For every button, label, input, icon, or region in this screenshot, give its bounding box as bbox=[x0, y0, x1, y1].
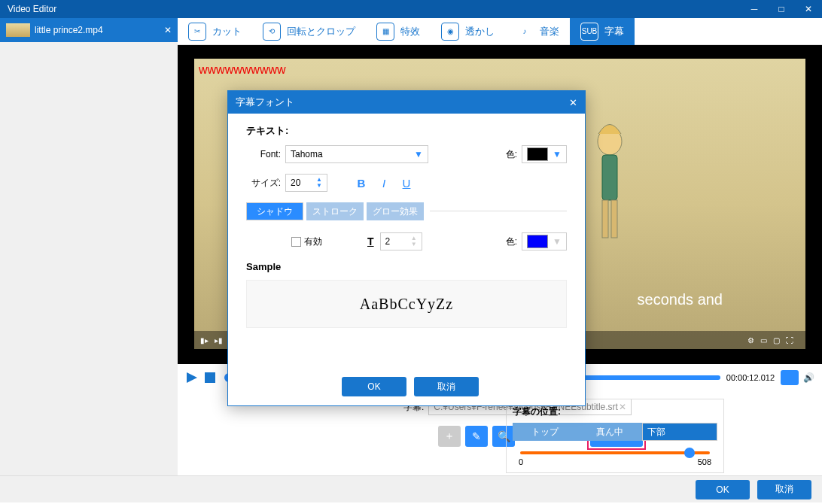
text-offset-icon: T bbox=[367, 235, 374, 247]
chevron-down-icon: ▼ bbox=[553, 149, 562, 159]
underline-button[interactable]: U bbox=[395, 177, 418, 190]
minimize-button[interactable]: ─ bbox=[741, 0, 768, 18]
note-icon: ♪ bbox=[516, 23, 534, 41]
dialog-cancel-button[interactable]: 取消 bbox=[414, 377, 479, 396]
play-pause-icon[interactable]: ▮▸ bbox=[200, 336, 209, 345]
svg-rect-5 bbox=[205, 372, 215, 383]
add-subtitle-button[interactable]: ＋ bbox=[438, 426, 461, 447]
subtitle-font-dialog: 字幕フォント ✕ テキスト: Font: Tahoma ▼ 色: ▼ サイズ: … bbox=[227, 90, 586, 406]
glow-tab[interactable]: グロー効果 bbox=[367, 202, 424, 220]
svg-rect-3 bbox=[611, 200, 617, 238]
text-color-label: 色: bbox=[499, 148, 517, 161]
tab-effect[interactable]: ▦特效 bbox=[366, 18, 431, 45]
position-bottom-button[interactable]: 下部 bbox=[642, 423, 717, 441]
dialog-close-icon[interactable]: ✕ bbox=[569, 97, 577, 108]
subtitle-icon: SUB bbox=[580, 23, 598, 41]
scissors-icon: ✂ bbox=[188, 23, 206, 41]
chevron-down-icon: ▼ bbox=[414, 149, 423, 159]
position-top-button[interactable]: トップ bbox=[513, 423, 577, 441]
text-color-swatch bbox=[527, 147, 548, 161]
slider-max: 508 bbox=[698, 457, 711, 466]
file-tab[interactable]: little prince2.mp4 ✕ bbox=[0, 18, 178, 42]
step-icon[interactable]: ▸▮ bbox=[215, 336, 223, 345]
audio-button[interactable]: 🔊 bbox=[803, 372, 814, 383]
film-icon: ▦ bbox=[376, 23, 394, 41]
shadow-tab[interactable]: シャドウ bbox=[246, 202, 303, 220]
sample-label: Sample bbox=[246, 261, 567, 272]
crop-icon: ⟲ bbox=[263, 23, 281, 41]
bold-button[interactable]: B bbox=[350, 177, 373, 190]
stroke-tab[interactable]: ストローク bbox=[306, 202, 364, 220]
shadow-offset-value: 2 bbox=[385, 236, 391, 247]
font-label: Font: bbox=[246, 149, 281, 159]
overlay-text: wwwwwwwwww bbox=[199, 63, 286, 77]
duration-text: 00:00:12.012 bbox=[726, 373, 775, 382]
app-title: Video Editor bbox=[8, 4, 56, 14]
text-color-select[interactable]: ▼ bbox=[522, 145, 567, 163]
position-label: 字幕の位置: bbox=[513, 405, 717, 418]
slider-min: 0 bbox=[519, 457, 523, 466]
dialog-title: 字幕フォント bbox=[236, 96, 294, 109]
subtitle-position-panel: 字幕の位置: トップ 真ん中 下部 0 508 bbox=[506, 399, 724, 473]
tab-cut[interactable]: ✂カット bbox=[178, 18, 252, 45]
main-toolbar: ✂カット ⟲回転とクロップ ▦特效 ◉透かし ♪音楽 SUB字幕 bbox=[178, 18, 822, 45]
svg-marker-4 bbox=[187, 372, 197, 383]
position-slider[interactable] bbox=[520, 451, 710, 454]
shadow-color-swatch bbox=[527, 235, 548, 248]
tab-watermark[interactable]: ◉透かし bbox=[431, 18, 505, 45]
svg-rect-1 bbox=[602, 155, 617, 200]
settings-icon[interactable]: ⚙ bbox=[747, 336, 754, 345]
enable-checkbox[interactable] bbox=[291, 237, 301, 247]
shadow-color-label: 色: bbox=[499, 235, 517, 248]
size-value: 20 bbox=[291, 178, 300, 188]
font-select[interactable]: Tahoma ▼ bbox=[285, 145, 428, 163]
chevron-down-icon: ▼ bbox=[553, 236, 562, 247]
svg-rect-2 bbox=[602, 200, 608, 238]
footer-ok-button[interactable]: OK bbox=[696, 480, 750, 499]
tab-subtitle[interactable]: SUB字幕 bbox=[570, 18, 635, 45]
play-button[interactable] bbox=[185, 371, 199, 384]
stop-button[interactable] bbox=[205, 372, 215, 383]
snapshot-button[interactable] bbox=[781, 370, 799, 385]
file-name: little prince2.mp4 bbox=[35, 25, 103, 35]
size-label: サイズ: bbox=[246, 177, 281, 190]
italic-button[interactable]: I bbox=[373, 177, 395, 190]
text-section-label: テキスト: bbox=[246, 124, 567, 138]
close-button[interactable]: ✕ bbox=[795, 0, 822, 18]
close-file-icon[interactable]: ✕ bbox=[164, 25, 172, 35]
sample-preview: AaBbCcYyZz bbox=[246, 280, 567, 328]
file-thumbnail bbox=[6, 23, 30, 37]
tab-rotate-crop[interactable]: ⟲回転とクロップ bbox=[252, 18, 366, 45]
footer: OK 取消 bbox=[0, 475, 822, 502]
pip-icon[interactable]: ▭ bbox=[760, 336, 767, 345]
shadow-color-select[interactable]: ▼ bbox=[522, 232, 567, 250]
spinner-icon: ▲▼ bbox=[411, 235, 417, 247]
dialog-titlebar[interactable]: 字幕フォント ✕ bbox=[228, 91, 585, 114]
maximize-button[interactable]: □ bbox=[768, 0, 795, 18]
spinner-icon: ▲▼ bbox=[316, 177, 322, 189]
sidebar: little prince2.mp4 ✕ bbox=[0, 18, 178, 475]
reel-icon: ◉ bbox=[441, 23, 459, 41]
theater-icon[interactable]: ▢ bbox=[773, 336, 780, 345]
fullscreen-icon[interactable]: ⛶ bbox=[786, 336, 793, 345]
title-bar: Video Editor ─ □ ✕ bbox=[0, 0, 822, 18]
tab-music[interactable]: ♪音楽 bbox=[505, 18, 570, 45]
enable-label: 有効 bbox=[304, 235, 322, 248]
edit-subtitle-button[interactable]: ✎ bbox=[465, 426, 488, 447]
position-middle-button[interactable]: 真ん中 bbox=[577, 423, 642, 441]
dialog-ok-button[interactable]: OK bbox=[342, 377, 406, 396]
size-input[interactable]: 20 ▲▼ bbox=[285, 174, 327, 192]
footer-cancel-button[interactable]: 取消 bbox=[757, 480, 811, 499]
video-caption: seconds and bbox=[638, 291, 723, 308]
shadow-offset-input[interactable]: 2 ▲▼ bbox=[380, 232, 422, 250]
font-value: Tahoma bbox=[291, 149, 323, 159]
